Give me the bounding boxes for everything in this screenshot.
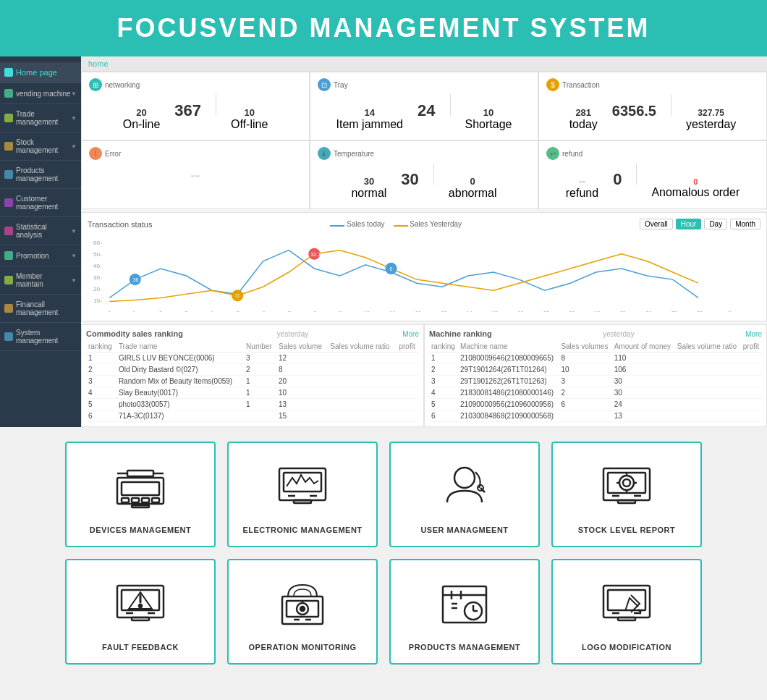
mcol-ranking: ranking [429, 341, 458, 353]
transaction-icon: $ [546, 78, 559, 91]
mcol-profit: profit [741, 341, 762, 353]
fault-card[interactable]: FAULT FEEDBACK [65, 559, 216, 665]
tray-jammed-label: Item jammed [336, 118, 403, 131]
sidebar-item-trade[interactable]: Trade management ▼ [0, 104, 81, 132]
svg-text:12: 12 [415, 311, 421, 312]
temperature-normal-label: normal [351, 187, 386, 200]
sidebar-item-system[interactable]: System management [0, 323, 81, 351]
chevron-down-icon-4: ▼ [71, 228, 77, 235]
sidebar-label-financial: Financail management [16, 300, 77, 316]
table-row: 3 Random Mix of Beauty Items(0059) 1 20 [86, 376, 419, 387]
chart-title: Transaction status [88, 220, 152, 229]
commodity-table-title: Commodity sales ranking [86, 329, 183, 338]
svg-text:15: 15 [492, 311, 498, 312]
sidebar-item-stats[interactable]: Statistical analysis ▼ [0, 217, 81, 245]
sidebar-item-financial[interactable]: Financail management [0, 295, 81, 323]
col-profit: profit [397, 341, 419, 353]
mcol-amount: Amount of money [612, 341, 675, 353]
logo-label: LOGO MODIFICATION [582, 643, 671, 651]
machine-more-link[interactable]: More [745, 330, 762, 338]
customer-icon [4, 198, 13, 207]
refund-card: ↩ refund -- refund 0 0 Anomalous order [538, 140, 767, 209]
sidebar-item-stock[interactable]: Stock management ▼ [0, 132, 81, 161]
svg-text:20: 20 [620, 311, 626, 312]
tray-card: ⊡ Tray 14 Item jammed 24 10 Shortage [310, 72, 538, 140]
svg-text:3: 3 [185, 311, 187, 312]
sidebar-item-vending[interactable]: vending machine ▼ [0, 83, 81, 104]
chart-area: Transaction status Sales today Sales Yes… [81, 212, 767, 321]
networking-icon: ⊞ [89, 78, 102, 91]
refund-anomalous-label: Anomalous order [651, 186, 740, 199]
transaction-today: 281 [569, 107, 598, 118]
svg-text:1: 1 [133, 311, 136, 312]
svg-text:5: 5 [237, 311, 240, 312]
commodity-more-link[interactable]: More [402, 330, 419, 338]
chart-btn-hour[interactable]: Hour [676, 219, 702, 229]
stock-card[interactable]: STOCK LEVEL REPORT [551, 442, 702, 547]
fault-icon [111, 575, 169, 633]
sidebar-item-products[interactable]: Products management [0, 161, 81, 189]
commodity-yesterday: yesterday [277, 330, 308, 338]
sidebar-label-member: Member maintain [16, 272, 71, 288]
col-ratio: Sales volume ratio [328, 341, 397, 353]
svg-text:32.1: 32.1 [310, 252, 321, 257]
chart-btn-day[interactable]: Day [704, 219, 727, 229]
devices-label: DEVICES MANAGEMENT [90, 526, 191, 534]
machine-table-section: Machine ranking yesterday More ranking M… [424, 324, 767, 427]
sidebar-item-customer[interactable]: Customer management [0, 189, 81, 217]
devices-card[interactable]: DEVICES MANAGEMENT [65, 442, 216, 547]
user-icon [436, 457, 493, 515]
chart-btn-month[interactable]: Month [730, 219, 760, 229]
error-icon: ! [89, 147, 102, 160]
feature-cards-row2: FAULT FEEDBACK OPERATION MONITORING [65, 559, 702, 665]
logo-card[interactable]: LOGO MODIFICATION [551, 559, 702, 665]
svg-text:4: 4 [211, 311, 213, 312]
operation-card[interactable]: OPERATION MONITORING [227, 559, 378, 665]
home-icon [4, 68, 13, 77]
svg-point-57 [619, 476, 634, 490]
refund-icon: ↩ [546, 147, 559, 160]
chart-btn-overall[interactable]: Overall [640, 219, 673, 229]
app-title: FOCUSVEND MANAGEMENT SYSTEM [0, 13, 767, 43]
products-icon [4, 170, 13, 179]
svg-rect-65 [618, 500, 635, 503]
svg-text:40-: 40- [93, 263, 102, 269]
trade-icon [4, 114, 13, 122]
electronic-icon [274, 457, 331, 515]
home-link[interactable]: home [88, 59, 109, 68]
table-row: 3 29T1901262(26T1T01263) 3 30 [429, 376, 762, 387]
products-label: PRODUCTS MANAGEMENT [409, 643, 520, 651]
sidebar-item-member[interactable]: Member maintain ▼ [0, 266, 81, 295]
chevron-down-icon-5: ▼ [71, 253, 77, 259]
svg-text:36: 36 [133, 277, 139, 282]
svg-text:17: 17 [543, 311, 549, 312]
cards-section: DEVICES MANAGEMENT ELECTRONIC MANAGEMENT [0, 427, 767, 679]
svg-text:13: 13 [441, 311, 446, 312]
chart-controls: Overall Hour Day Month [640, 219, 760, 229]
svg-text:6: 6 [263, 311, 266, 312]
operation-label: OPERATION MONITORING [249, 643, 357, 651]
temperature-abnormal-val: 0 [449, 176, 497, 187]
svg-rect-40 [122, 498, 129, 502]
networking-online: 20 [123, 107, 161, 118]
electronic-card[interactable]: ELECTRONIC MANAGEMENT [227, 442, 378, 547]
stock-label: STOCK LEVEL REPORT [578, 526, 676, 534]
promotion-icon [4, 251, 13, 260]
member-icon [4, 276, 13, 284]
products-icon [436, 575, 493, 633]
sidebar-item-home[interactable]: Home page [0, 62, 81, 83]
sidebar-item-promotion[interactable]: Promotion ▼ [0, 245, 81, 266]
header: FOCUSVEND MANAGEMENT SYSTEM [0, 0, 767, 56]
feature-cards-row1: DEVICES MANAGEMENT ELECTRONIC MANAGEMENT [65, 442, 702, 547]
chart-legend: Sales today Sales Yesterday [330, 220, 462, 228]
svg-rect-37 [127, 471, 153, 476]
products-card[interactable]: PRODUCTS MANAGEMENT [389, 559, 540, 665]
temperature-total: 30 [401, 170, 418, 189]
table-row: 5 photo033(0057) 1 13 [86, 399, 419, 410]
transaction-total: 6356.5 [612, 103, 656, 119]
sidebar-label-customer: Customer management [16, 195, 77, 211]
svg-point-68 [139, 604, 142, 607]
operation-icon [274, 575, 331, 633]
user-card[interactable]: USER MANAGMEENT [389, 442, 540, 547]
svg-rect-36 [122, 482, 159, 495]
